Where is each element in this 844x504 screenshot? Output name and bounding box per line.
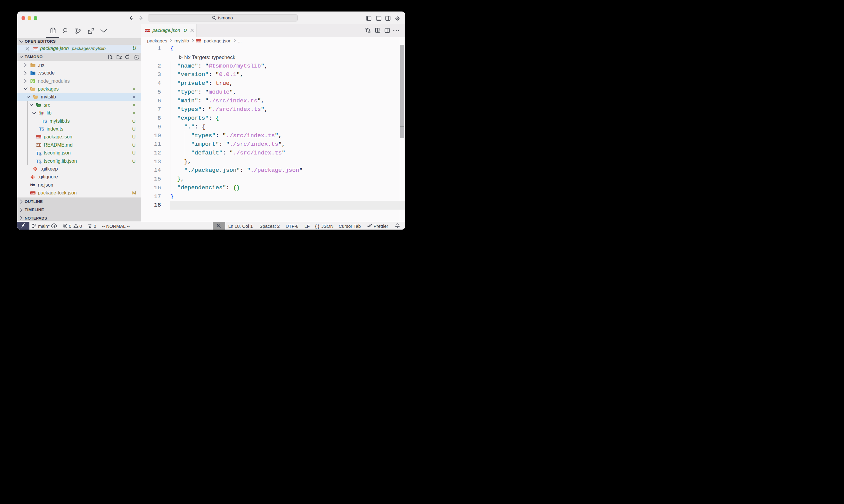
svg-text:npm: npm <box>34 48 37 50</box>
svg-text:</>: </> <box>38 105 41 107</box>
svg-text:npm: npm <box>36 136 41 139</box>
svg-text:npm: npm <box>145 29 150 32</box>
svg-text:npm: npm <box>31 192 35 195</box>
svg-text:npm: npm <box>196 40 201 42</box>
svg-text:JS: JS <box>32 80 34 82</box>
